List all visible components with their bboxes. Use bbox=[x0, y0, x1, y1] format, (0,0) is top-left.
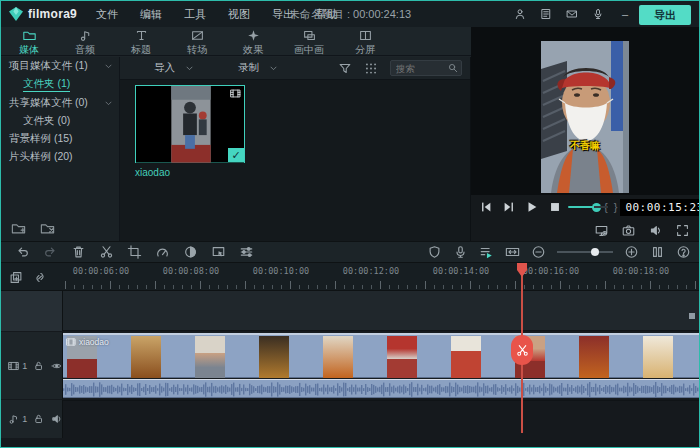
chevron-down-icon[interactable] bbox=[104, 99, 113, 108]
media-item-card[interactable]: ✓ bbox=[135, 85, 245, 163]
search-box[interactable] bbox=[390, 60, 462, 76]
fit-timeline-icon[interactable] bbox=[505, 245, 520, 259]
user-icon[interactable] bbox=[509, 6, 531, 22]
play-icon[interactable] bbox=[525, 200, 539, 214]
clip-frame-thumbnail bbox=[579, 336, 609, 378]
lock-icon[interactable] bbox=[33, 360, 44, 372]
lock-icon[interactable] bbox=[33, 413, 44, 425]
import-label: 导入 bbox=[154, 61, 175, 75]
mark-out-icon[interactable]: } bbox=[611, 201, 621, 213]
display-settings-icon[interactable] bbox=[594, 224, 609, 237]
playhead-marker[interactable] bbox=[515, 263, 529, 278]
sidebar-item-2[interactable]: 共享媒体文件 (0) bbox=[1, 94, 119, 112]
audio-waveform bbox=[63, 380, 700, 398]
tab-分屏[interactable]: 分屏 bbox=[337, 27, 393, 57]
timeline: 00:00:06:0000:00:08:0000:00:10:0000:00:1… bbox=[1, 263, 699, 447]
redo-icon[interactable] bbox=[43, 245, 58, 259]
sidebar-item-3[interactable]: 文件夹 (0) bbox=[1, 112, 119, 130]
ruler-label: 00:00:08:00 bbox=[156, 266, 226, 276]
clip-frame-thumbnail bbox=[323, 336, 353, 378]
clip-frame-thumbnail bbox=[195, 336, 225, 378]
snapshot-icon[interactable] bbox=[621, 224, 636, 237]
menu-item-3[interactable]: 视图 bbox=[219, 4, 259, 25]
overlay-track[interactable] bbox=[63, 291, 700, 331]
ruler-label: 00:00:10:00 bbox=[246, 266, 316, 276]
microphone-icon[interactable] bbox=[587, 6, 609, 22]
export-button[interactable]: 导出 bbox=[639, 5, 691, 25]
scissors-icon bbox=[516, 344, 529, 357]
fullscreen-icon[interactable] bbox=[675, 224, 690, 237]
mail-icon[interactable] bbox=[561, 6, 583, 22]
video-type-icon bbox=[229, 88, 242, 99]
video-track[interactable]: xiaodao bbox=[63, 332, 700, 399]
tab-标题[interactable]: 标题 bbox=[113, 27, 169, 57]
timeline-ruler[interactable]: 00:00:06:0000:00:08:0000:00:10:0000:00:1… bbox=[1, 263, 699, 291]
split-clip-button[interactable] bbox=[511, 335, 533, 365]
search-icon bbox=[448, 63, 458, 73]
view-grid-icon[interactable] bbox=[364, 62, 378, 75]
chevron-down-icon[interactable] bbox=[104, 62, 113, 71]
media-panel: 导入 录制 bbox=[120, 57, 471, 241]
stop-icon[interactable] bbox=[548, 200, 562, 214]
undo-icon[interactable] bbox=[15, 245, 30, 259]
manage-tracks-icon[interactable] bbox=[9, 271, 23, 284]
timeline-clip[interactable]: xiaodao bbox=[63, 333, 700, 398]
add-folder-icon[interactable] bbox=[11, 221, 26, 235]
delete-folder-icon[interactable] bbox=[40, 221, 55, 235]
menu-item-2[interactable]: 工具 bbox=[175, 4, 215, 25]
transport-controls: { } 00:00:15:23 bbox=[471, 195, 700, 219]
help-icon[interactable] bbox=[676, 245, 691, 259]
tab-效果[interactable]: 效果 bbox=[225, 27, 281, 57]
sidebar-item-1[interactable]: 文件夹 (1) bbox=[1, 75, 119, 94]
filmora-window: filmora9 文件编辑工具视图导出帮助 未命名项目 : 00:00:24:1… bbox=[0, 0, 700, 448]
link-icon[interactable] bbox=[33, 271, 47, 284]
tab-音频[interactable]: 音频 bbox=[57, 27, 113, 57]
volume-icon[interactable] bbox=[648, 224, 663, 237]
record-dropdown[interactable]: 录制 bbox=[238, 61, 278, 75]
speed-icon[interactable] bbox=[155, 245, 170, 259]
track-size-icon[interactable] bbox=[650, 245, 665, 259]
microphone-icon[interactable] bbox=[453, 245, 468, 259]
feedback-doc-icon[interactable] bbox=[535, 6, 557, 22]
adjust-icon[interactable] bbox=[239, 245, 254, 259]
clip-video-section[interactable]: xiaodao bbox=[63, 333, 700, 378]
app-logo: filmora9 bbox=[1, 7, 87, 21]
import-dropdown[interactable]: 导入 bbox=[154, 61, 194, 75]
media-item-name[interactable]: xiaodao bbox=[135, 167, 170, 178]
overlay-track-header bbox=[1, 291, 63, 331]
minimize-button[interactable]: – bbox=[613, 5, 637, 23]
visibility-icon[interactable] bbox=[51, 360, 62, 372]
audio-track[interactable] bbox=[63, 400, 700, 438]
step-back-icon[interactable] bbox=[479, 200, 493, 214]
step-forward-icon[interactable] bbox=[502, 200, 516, 214]
tab-画中画[interactable]: 画中画 bbox=[281, 27, 337, 57]
tab-媒体[interactable]: 媒体 bbox=[1, 27, 57, 57]
color-tuning-icon[interactable] bbox=[183, 245, 198, 259]
mute-icon[interactable] bbox=[51, 413, 62, 425]
sidebar-item-0[interactable]: 项目媒体文件 (1) bbox=[1, 57, 119, 75]
zoom-in-icon[interactable] bbox=[624, 245, 639, 259]
video-track-header: 1 bbox=[1, 332, 63, 399]
clip-film-icon bbox=[66, 337, 76, 347]
scissors-icon[interactable] bbox=[99, 245, 114, 259]
crop-icon[interactable] bbox=[127, 245, 142, 259]
clip-frame-thumbnail bbox=[387, 336, 417, 378]
transition-icon bbox=[191, 29, 204, 42]
motion-tracking-icon[interactable] bbox=[211, 245, 226, 259]
zoom-slider[interactable] bbox=[557, 248, 613, 256]
title-text-icon bbox=[135, 29, 148, 42]
trash-icon[interactable] bbox=[71, 245, 86, 259]
shield-icon[interactable] bbox=[427, 245, 442, 259]
sidebar-item-5[interactable]: 片头样例 (20) bbox=[1, 148, 119, 166]
tab-转场[interactable]: 转场 bbox=[169, 27, 225, 57]
menu-item-1[interactable]: 编辑 bbox=[131, 4, 171, 25]
render-preview-icon[interactable] bbox=[479, 245, 494, 259]
audio-note-icon bbox=[79, 29, 92, 42]
filter-icon[interactable] bbox=[338, 62, 352, 75]
zoom-out-icon[interactable] bbox=[531, 245, 546, 259]
sidebar-item-4[interactable]: 背景样例 (15) bbox=[1, 130, 119, 148]
menu-item-0[interactable]: 文件 bbox=[87, 4, 127, 25]
search-input[interactable] bbox=[396, 63, 448, 74]
clip-audio-section[interactable] bbox=[63, 379, 700, 398]
jog-slider[interactable] bbox=[568, 203, 601, 212]
